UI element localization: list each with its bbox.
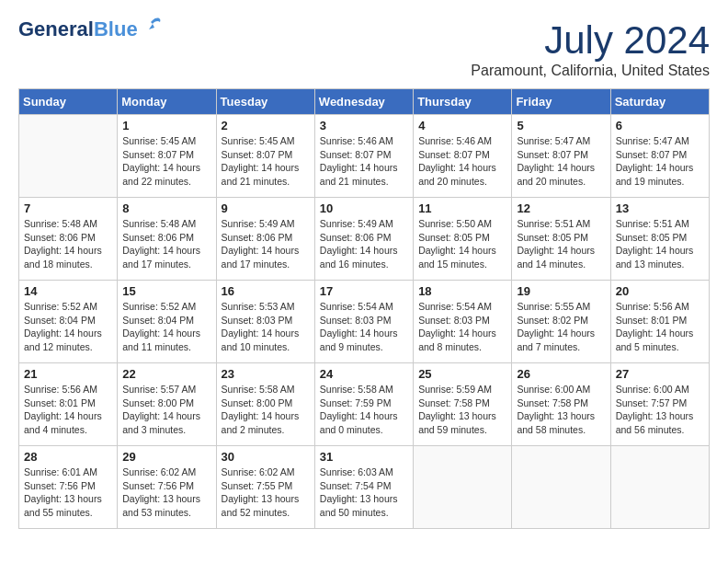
day-info: Sunrise: 5:58 AM Sunset: 7:59 PM Dayligh… <box>320 383 408 437</box>
calendar-cell: 6Sunrise: 5:47 AM Sunset: 8:07 PM Daylig… <box>610 115 709 198</box>
day-info: Sunrise: 5:57 AM Sunset: 8:00 PM Dayligh… <box>122 383 210 437</box>
month-year-title: July 2024 <box>471 18 710 63</box>
day-info: Sunrise: 5:56 AM Sunset: 8:01 PM Dayligh… <box>24 383 112 437</box>
calendar-cell: 5Sunrise: 5:47 AM Sunset: 8:07 PM Daylig… <box>512 115 610 198</box>
calendar-cell <box>610 446 709 529</box>
day-number: 25 <box>418 367 506 381</box>
day-number: 19 <box>517 284 605 298</box>
day-info: Sunrise: 5:48 AM Sunset: 8:06 PM Dayligh… <box>122 217 210 271</box>
day-info: Sunrise: 5:55 AM Sunset: 8:02 PM Dayligh… <box>517 300 605 354</box>
day-number: 16 <box>222 284 310 298</box>
calendar-cell: 10Sunrise: 5:49 AM Sunset: 8:06 PM Dayli… <box>314 198 413 281</box>
calendar-header-friday: Friday <box>512 89 610 115</box>
calendar-header-saturday: Saturday <box>610 89 709 115</box>
calendar-cell: 3Sunrise: 5:46 AM Sunset: 8:07 PM Daylig… <box>314 115 413 198</box>
day-info: Sunrise: 5:59 AM Sunset: 7:58 PM Dayligh… <box>418 383 506 437</box>
page-header: GeneralBlue July 2024 Paramount, Califor… <box>18 18 710 79</box>
calendar-cell: 29Sunrise: 6:02 AM Sunset: 7:56 PM Dayli… <box>118 446 216 529</box>
day-info: Sunrise: 5:46 AM Sunset: 8:07 PM Dayligh… <box>320 134 408 189</box>
calendar-cell: 8Sunrise: 5:48 AM Sunset: 8:06 PM Daylig… <box>118 198 216 281</box>
day-info: Sunrise: 5:50 AM Sunset: 8:05 PM Dayligh… <box>418 217 506 271</box>
day-info: Sunrise: 5:54 AM Sunset: 8:03 PM Dayligh… <box>320 300 408 354</box>
calendar-cell: 19Sunrise: 5:55 AM Sunset: 8:02 PM Dayli… <box>512 281 610 363</box>
day-number: 4 <box>418 119 506 132</box>
day-info: Sunrise: 5:47 AM Sunset: 8:07 PM Dayligh… <box>517 134 605 189</box>
calendar-cell: 28Sunrise: 6:01 AM Sunset: 7:56 PM Dayli… <box>19 446 118 529</box>
calendar-cell: 30Sunrise: 6:02 AM Sunset: 7:55 PM Dayli… <box>216 446 314 529</box>
day-number: 18 <box>418 284 506 298</box>
calendar-header-monday: Monday <box>118 89 216 115</box>
calendar-cell: 13Sunrise: 5:51 AM Sunset: 8:05 PM Dayli… <box>610 198 709 281</box>
day-info: Sunrise: 5:45 AM Sunset: 8:07 PM Dayligh… <box>222 134 310 189</box>
calendar-week-row: 21Sunrise: 5:56 AM Sunset: 8:01 PM Dayli… <box>19 363 710 446</box>
day-info: Sunrise: 5:49 AM Sunset: 8:06 PM Dayligh… <box>222 217 310 271</box>
calendar-cell: 14Sunrise: 5:52 AM Sunset: 8:04 PM Dayli… <box>19 281 118 363</box>
day-info: Sunrise: 6:00 AM Sunset: 7:57 PM Dayligh… <box>616 383 704 437</box>
calendar-cell: 22Sunrise: 5:57 AM Sunset: 8:00 PM Dayli… <box>118 363 216 446</box>
calendar-cell: 7Sunrise: 5:48 AM Sunset: 8:06 PM Daylig… <box>19 198 118 281</box>
day-number: 7 <box>24 201 112 215</box>
day-info: Sunrise: 5:48 AM Sunset: 8:06 PM Dayligh… <box>24 217 112 271</box>
day-number: 9 <box>222 201 310 215</box>
day-info: Sunrise: 6:02 AM Sunset: 7:55 PM Dayligh… <box>222 465 310 520</box>
calendar-cell: 23Sunrise: 5:58 AM Sunset: 8:00 PM Dayli… <box>216 363 314 446</box>
title-section: July 2024 Paramount, California, United … <box>471 18 710 79</box>
calendar-cell: 20Sunrise: 5:56 AM Sunset: 8:01 PM Dayli… <box>610 281 709 363</box>
calendar-table: SundayMondayTuesdayWednesdayThursdayFrid… <box>18 88 710 529</box>
day-info: Sunrise: 5:52 AM Sunset: 8:04 PM Dayligh… <box>122 300 210 354</box>
day-info: Sunrise: 5:53 AM Sunset: 8:03 PM Dayligh… <box>222 300 310 354</box>
calendar-cell: 9Sunrise: 5:49 AM Sunset: 8:06 PM Daylig… <box>216 198 314 281</box>
calendar-week-row: 28Sunrise: 6:01 AM Sunset: 7:56 PM Dayli… <box>19 446 710 529</box>
day-info: Sunrise: 6:02 AM Sunset: 7:56 PM Dayligh… <box>122 465 210 520</box>
day-number: 20 <box>616 284 704 298</box>
day-info: Sunrise: 5:58 AM Sunset: 8:00 PM Dayligh… <box>222 383 310 437</box>
calendar-cell: 12Sunrise: 5:51 AM Sunset: 8:05 PM Dayli… <box>512 198 610 281</box>
calendar-cell: 16Sunrise: 5:53 AM Sunset: 8:03 PM Dayli… <box>216 281 314 363</box>
calendar-cell <box>414 446 512 529</box>
day-number: 29 <box>122 450 210 464</box>
day-number: 2 <box>222 119 310 132</box>
logo: GeneralBlue <box>18 18 165 40</box>
calendar-header-sunday: Sunday <box>19 89 118 115</box>
calendar-cell: 27Sunrise: 6:00 AM Sunset: 7:57 PM Dayli… <box>610 363 709 446</box>
day-number: 31 <box>320 450 408 464</box>
calendar-cell: 18Sunrise: 5:54 AM Sunset: 8:03 PM Dayli… <box>414 281 512 363</box>
calendar-cell: 21Sunrise: 5:56 AM Sunset: 8:01 PM Dayli… <box>19 363 118 446</box>
calendar-cell: 17Sunrise: 5:54 AM Sunset: 8:03 PM Dayli… <box>314 281 413 363</box>
day-info: Sunrise: 5:52 AM Sunset: 8:04 PM Dayligh… <box>24 300 112 354</box>
calendar-cell <box>19 115 118 198</box>
day-number: 14 <box>24 284 112 298</box>
day-number: 24 <box>320 367 408 381</box>
calendar-cell: 24Sunrise: 5:58 AM Sunset: 7:59 PM Dayli… <box>314 363 413 446</box>
calendar-header-tuesday: Tuesday <box>216 89 314 115</box>
day-number: 10 <box>320 201 408 215</box>
day-number: 13 <box>616 201 704 215</box>
calendar-cell <box>512 446 610 529</box>
calendar-cell: 31Sunrise: 6:03 AM Sunset: 7:54 PM Dayli… <box>314 446 413 529</box>
day-info: Sunrise: 6:03 AM Sunset: 7:54 PM Dayligh… <box>320 465 408 520</box>
day-info: Sunrise: 5:56 AM Sunset: 8:01 PM Dayligh… <box>616 300 704 354</box>
calendar-week-row: 14Sunrise: 5:52 AM Sunset: 8:04 PM Dayli… <box>19 281 710 363</box>
day-number: 11 <box>418 201 506 215</box>
calendar-cell: 15Sunrise: 5:52 AM Sunset: 8:04 PM Dayli… <box>118 281 216 363</box>
calendar-header-row: SundayMondayTuesdayWednesdayThursdayFrid… <box>19 89 710 115</box>
day-number: 17 <box>320 284 408 298</box>
day-number: 27 <box>616 367 704 381</box>
day-info: Sunrise: 6:01 AM Sunset: 7:56 PM Dayligh… <box>24 465 112 520</box>
day-number: 1 <box>122 119 210 132</box>
day-number: 3 <box>320 119 408 132</box>
calendar-cell: 1Sunrise: 5:45 AM Sunset: 8:07 PM Daylig… <box>118 115 216 198</box>
logo-text: GeneralBlue <box>18 18 138 40</box>
calendar-week-row: 1Sunrise: 5:45 AM Sunset: 8:07 PM Daylig… <box>19 115 710 198</box>
day-info: Sunrise: 5:51 AM Sunset: 8:05 PM Dayligh… <box>616 217 704 271</box>
day-number: 6 <box>616 119 704 132</box>
day-number: 22 <box>122 367 210 381</box>
calendar-header-thursday: Thursday <box>414 89 512 115</box>
calendar-cell: 4Sunrise: 5:46 AM Sunset: 8:07 PM Daylig… <box>414 115 512 198</box>
day-number: 15 <box>122 284 210 298</box>
day-number: 8 <box>122 201 210 215</box>
day-info: Sunrise: 5:54 AM Sunset: 8:03 PM Dayligh… <box>418 300 506 354</box>
bird-icon <box>140 13 165 39</box>
day-info: Sunrise: 5:47 AM Sunset: 8:07 PM Dayligh… <box>616 134 704 189</box>
day-info: Sunrise: 5:45 AM Sunset: 8:07 PM Dayligh… <box>122 134 210 189</box>
